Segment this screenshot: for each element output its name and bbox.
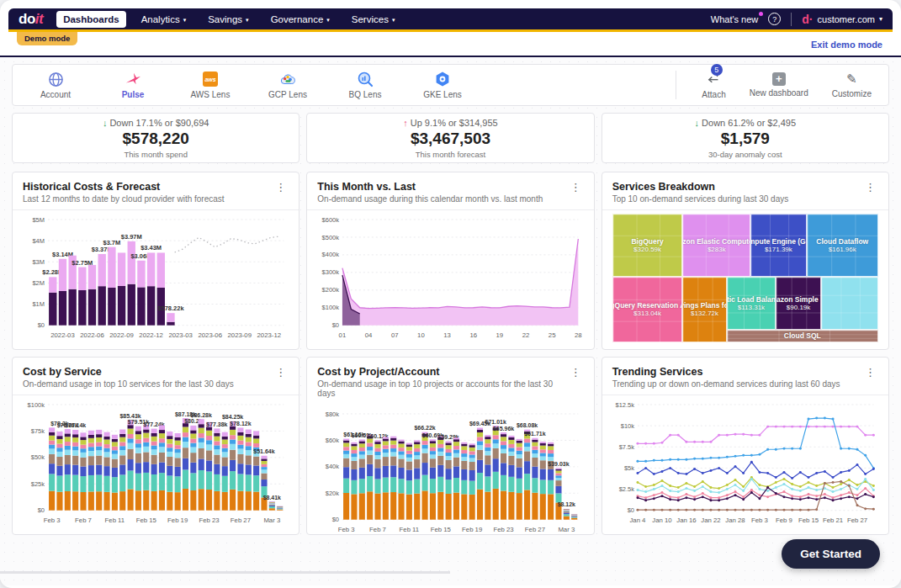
nav-item-savings[interactable]: Savings ▾ bbox=[201, 11, 255, 28]
treemap-tile[interactable]: Cloud Dataflow$161.96k bbox=[807, 214, 878, 277]
tab-aws-lens[interactable]: aws AWS Lens bbox=[184, 71, 236, 99]
doit-logo[interactable]: doit bbox=[19, 11, 43, 28]
svg-text:Jan 16: Jan 16 bbox=[676, 516, 696, 524]
stat-card-month-forecast: ↑Up 9.1% or $314,955 $3,467,503 This mon… bbox=[306, 113, 594, 163]
treemap-tile[interactable]: Cloud SQL bbox=[727, 330, 878, 342]
nav-item-dashboards[interactable]: Dashboards bbox=[56, 11, 125, 28]
svg-text:04: 04 bbox=[365, 331, 373, 339]
treemap-tile[interactable] bbox=[821, 277, 878, 330]
svg-text:2022-12: 2022-12 bbox=[139, 331, 163, 339]
svg-text:2023-12: 2023-12 bbox=[257, 331, 282, 339]
svg-text:16: 16 bbox=[470, 331, 478, 339]
arrow-down-icon: ↓ bbox=[103, 118, 108, 128]
chevron-down-icon: ▾ bbox=[879, 15, 882, 23]
stat-value: $578,220 bbox=[123, 130, 189, 148]
account-menu[interactable]: d· customer.com ▾ bbox=[802, 13, 882, 26]
divider bbox=[791, 13, 792, 26]
svg-text:$71.01k: $71.01k bbox=[485, 419, 506, 426]
whats-new-link[interactable]: What's new bbox=[711, 14, 759, 24]
svg-text:$60k: $60k bbox=[326, 437, 339, 444]
aws-icon: aws bbox=[202, 71, 219, 87]
kebab-menu-icon[interactable]: ⋮ bbox=[862, 181, 878, 193]
treemap-tile[interactable]: Amazon Simple Sto$90.19k bbox=[776, 277, 821, 330]
treemap-tile[interactable]: BigQuery Reservation API$313.04k bbox=[612, 277, 683, 342]
svg-text:Feb 3: Feb 3 bbox=[44, 516, 61, 524]
tab-pulse[interactable]: Pulse bbox=[107, 71, 159, 99]
horizontal-scrollbar[interactable] bbox=[0, 571, 450, 574]
svg-text:$40k: $40k bbox=[326, 463, 339, 470]
nav-item-governance[interactable]: Governance ▾ bbox=[264, 11, 337, 28]
svg-text:$80k: $80k bbox=[326, 411, 339, 418]
svg-text:Feb 21: Feb 21 bbox=[823, 516, 843, 524]
svg-text:Feb 27: Feb 27 bbox=[231, 516, 251, 524]
tab-gcp-lens[interactable]: GCP Lens bbox=[262, 71, 314, 99]
svg-text:Feb 19: Feb 19 bbox=[167, 516, 188, 524]
month-vs-last-chart: $0$100k$200k$300k$400k$500k$600k01040710… bbox=[317, 213, 583, 342]
chart-title: Services Breakdown bbox=[612, 181, 862, 193]
tab-gke-lens[interactable]: GKE Lens bbox=[416, 71, 469, 99]
get-started-button[interactable]: Get Started bbox=[782, 539, 880, 569]
top-navbar: doit Dashboards Analytics ▾ Savings ▾ Go… bbox=[8, 8, 893, 32]
customize-button[interactable]: ✎ Customize bbox=[832, 72, 872, 98]
svg-text:2022-03: 2022-03 bbox=[50, 331, 75, 339]
globe-icon bbox=[47, 71, 64, 87]
svg-text:$400k: $400k bbox=[322, 252, 340, 259]
help-icon[interactable]: ? bbox=[768, 13, 781, 25]
trending-services-chart: $0$2.5k$5k$7.5k$10k$12.5kJan 4Jan 10Jan … bbox=[612, 398, 878, 527]
stat-value: $3,467,503 bbox=[411, 130, 490, 148]
kebab-menu-icon[interactable]: ⋮ bbox=[273, 181, 289, 193]
svg-text:$5M: $5M bbox=[32, 216, 45, 224]
stats-row: ↓Down 17.1% or $90,694 $578,220 This mon… bbox=[12, 113, 889, 163]
svg-text:Feb 15: Feb 15 bbox=[136, 516, 156, 524]
demo-mode-badge: Demo mode bbox=[17, 32, 77, 45]
svg-text:$4M: $4M bbox=[32, 237, 45, 245]
nav-item-analytics[interactable]: Analytics ▾ bbox=[135, 11, 193, 28]
svg-text:$12.5k: $12.5k bbox=[615, 401, 634, 409]
svg-text:$3.97M: $3.97M bbox=[121, 233, 142, 241]
svg-text:Mar 3: Mar 3 bbox=[263, 516, 280, 524]
services-breakdown-treemap: BigQuery$320.59kAmazon Elastic Compute C… bbox=[612, 214, 878, 342]
pencil-icon: ✎ bbox=[846, 72, 857, 87]
exit-demo-mode-link[interactable]: Exit demo mode bbox=[811, 40, 882, 50]
svg-text:2023-03: 2023-03 bbox=[168, 331, 193, 339]
attach-button[interactable]: 5 Attach bbox=[702, 71, 725, 99]
svg-text:Jan 4: Jan 4 bbox=[629, 516, 646, 524]
kebab-menu-icon[interactable]: ⋮ bbox=[568, 181, 584, 193]
tab-bq-lens[interactable]: BQ Lens bbox=[339, 71, 391, 99]
svg-text:Mar 3: Mar 3 bbox=[559, 526, 575, 533]
cost-by-service-chart: $0$25k$50k$75k$100kFeb 3Feb 7Feb 11Feb 1… bbox=[23, 398, 289, 527]
treemap-tile[interactable]: Savings Plans for A$132.72k bbox=[682, 277, 726, 342]
treemap-tile[interactable]: Compute Engine (GCE)$171.39k bbox=[750, 214, 806, 277]
svg-text:Feb 27: Feb 27 bbox=[525, 526, 545, 533]
treemap-tile[interactable]: Elastic Load Balancing$113.31k bbox=[727, 277, 776, 330]
svg-text:Feb 9: Feb 9 bbox=[776, 516, 792, 524]
svg-text:01: 01 bbox=[339, 331, 347, 339]
new-dashboard-button[interactable]: + New dashboard bbox=[750, 72, 808, 98]
svg-text:07: 07 bbox=[391, 331, 399, 339]
cost-by-service-card: Cost by Service On-demand usage in top 1… bbox=[12, 357, 299, 535]
svg-text:Feb 15: Feb 15 bbox=[798, 516, 819, 524]
chevron-down-icon: ▾ bbox=[392, 17, 395, 24]
kebab-menu-icon[interactable]: ⋮ bbox=[568, 366, 584, 379]
svg-text:$61.71k: $61.71k bbox=[525, 431, 546, 437]
kebab-menu-icon[interactable]: ⋮ bbox=[273, 366, 289, 379]
doit-avatar-icon: d· bbox=[802, 13, 813, 26]
svg-text:$0: $0 bbox=[38, 322, 45, 330]
svg-text:$3.7M: $3.7M bbox=[103, 239, 120, 246]
svg-text:$51.64k: $51.64k bbox=[253, 449, 274, 456]
svg-text:$20k: $20k bbox=[326, 490, 339, 497]
svg-text:Jan 22: Jan 22 bbox=[701, 516, 720, 524]
treemap-tile[interactable]: BigQuery$320.59k bbox=[612, 214, 683, 277]
nav-item-services[interactable]: Services ▾ bbox=[345, 11, 402, 28]
svg-text:Feb 23: Feb 23 bbox=[494, 526, 514, 533]
tab-account[interactable]: Account bbox=[29, 71, 82, 99]
svg-text:$8.12k: $8.12k bbox=[558, 501, 575, 508]
treemap-tile[interactable]: Amazon Elastic Compute Clo$283k bbox=[682, 214, 750, 277]
gke-hexagon-icon bbox=[434, 71, 451, 87]
svg-text:$78.12k: $78.12k bbox=[230, 421, 251, 427]
arrow-down-icon: ↓ bbox=[695, 118, 700, 128]
kebab-menu-icon[interactable]: ⋮ bbox=[862, 366, 878, 379]
svg-text:28: 28 bbox=[575, 331, 582, 339]
arrow-up-icon: ↑ bbox=[403, 118, 408, 128]
svg-text:$76.14k: $76.14k bbox=[65, 423, 86, 430]
